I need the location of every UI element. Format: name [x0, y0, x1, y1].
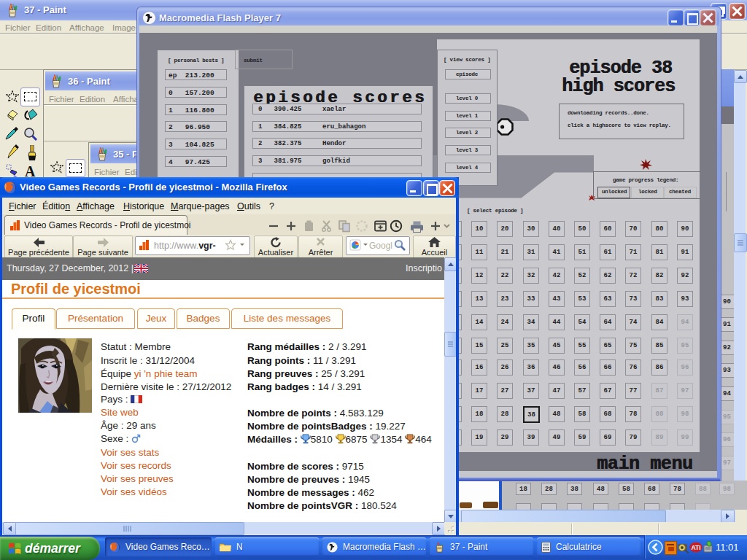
- svg-text:ATI: ATI: [692, 544, 701, 551]
